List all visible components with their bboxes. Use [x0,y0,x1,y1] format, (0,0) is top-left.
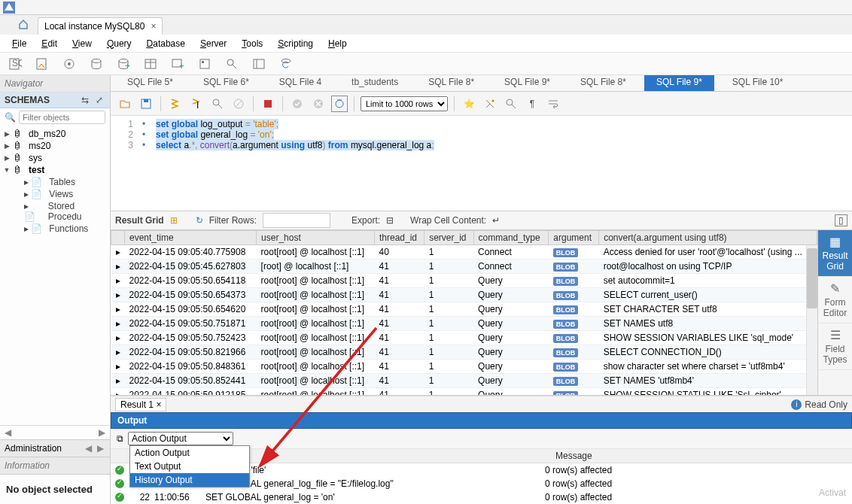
file-tab[interactable]: SQL File 9* [492,75,562,91]
menu-database[interactable]: Database [141,37,191,50]
file-tab[interactable]: SQL File 6* [191,75,261,91]
schemas-controls[interactable]: ⇆ ⤢ [81,95,105,105]
dropdown-option-selected[interactable]: History Output [130,473,249,487]
favorite-icon[interactable]: ⭐ [461,96,477,112]
export-label: Export: [351,215,380,226]
result-tab[interactable]: Result 1 × [115,398,166,411]
output-panel-icon[interactable]: ⧉ [117,433,123,444]
tree-item[interactable]: ▶🛢sys [0,152,110,164]
side-tool[interactable]: ☰Field Types [818,323,852,370]
open-file-icon[interactable] [117,96,133,112]
find-icon[interactable] [503,96,519,112]
result-grid[interactable]: event_timeuser_hostthread_idserver_idcom… [111,230,817,395]
schema-icon[interactable] [196,55,214,73]
dropdown-option[interactable]: Text Output [130,460,249,473]
panel-toggle-icon[interactable]: ▯ [835,214,847,226]
table-row[interactable]: ▸2022-04-15 09:05:45.627803[root] @ loca… [111,260,817,274]
menu-scripting[interactable]: Scripting [272,37,319,50]
table-row[interactable]: ▸2022-04-15 09:05:50.654118root[root] @ … [111,274,817,288]
execute-icon[interactable] [167,96,184,112]
table-icon[interactable] [141,55,160,73]
open-sql-icon[interactable] [33,55,51,73]
output-row[interactable]: 22 11:00:56 SET GLOBAL general_log = 'on… [111,490,852,504]
file-tab[interactable]: SQL File 10* [720,75,796,91]
sql-editor[interactable]: 1•set global log_output = 'table';2•set … [111,116,852,153]
menu-edit[interactable]: Edit [35,37,63,50]
filter-row: 🔍 [0,108,110,126]
filter-objects-input[interactable] [19,111,105,124]
file-tab[interactable]: SQL File 9* [644,75,714,91]
file-tab[interactable]: SQL File 8* [568,75,638,91]
refresh-icon[interactable]: ↻ [196,215,203,226]
table-row[interactable]: ▸2022-04-15 09:05:50.852441root[root] @ … [111,374,817,388]
execute-current-icon[interactable]: I [188,96,205,112]
db-icon[interactable] [87,55,105,73]
file-tab[interactable]: SQL File 5* [115,75,185,91]
close-icon[interactable]: × [156,399,161,410]
tree-child[interactable]: ▸ 📄Views [21,188,110,200]
menubar: FileEditViewQueryDatabaseServerToolsScri… [0,35,852,53]
menu-view[interactable]: View [66,37,98,50]
file-tab[interactable]: SQL File 8* [416,75,486,91]
menu-help[interactable]: Help [322,37,353,50]
table-row[interactable]: ▸2022-04-15 09:05:50.912185root[root] @ … [111,388,817,396]
result-side-tools: ▦Result Grid✎Form Editor☰Field Types [817,230,852,395]
search-icon[interactable] [223,55,241,73]
beautify-icon[interactable] [482,96,498,112]
tree-child[interactable]: ▸ 📄Tables [21,176,110,188]
tree-child[interactable]: ▸ 📄Stored Procedu [21,200,110,223]
menu-query[interactable]: Query [101,37,138,50]
dropdown-option[interactable]: Action Output [130,446,249,460]
table-row[interactable]: ▸2022-04-15 09:05:40.775908root[root] @ … [111,245,817,260]
filter-rows-input[interactable] [263,213,330,228]
file-tab[interactable]: tb_students [339,75,410,91]
inspector-icon[interactable] [60,55,78,73]
scroll-right-icon[interactable]: ▶ [99,427,105,438]
tree-item[interactable]: ▶🛢ms20 [0,140,110,152]
new-sql-tab-icon[interactable]: SQL [6,55,24,73]
tree-item[interactable]: ▼🛢test [0,164,110,176]
table-add-icon[interactable]: + [169,55,187,73]
explain-icon[interactable] [209,96,226,112]
home-icon[interactable] [15,16,32,35]
export-icon[interactable]: ⊟ [386,215,394,226]
wrap-cell-icon[interactable]: ↵ [492,215,500,226]
instance-tab[interactable]: Local instance MySQL80 × [38,17,163,35]
autocommit-icon[interactable] [331,96,348,112]
stop-icon[interactable] [230,96,247,112]
table-row[interactable]: ▸2022-04-15 09:05:50.752423root[root] @ … [111,331,817,345]
output-selector[interactable]: Action Output [128,432,233,445]
output-selector-dropdown[interactable]: Action Output Text Output History Output [129,445,250,487]
invisible-chars-icon[interactable]: ¶ [524,96,540,112]
tree-child[interactable]: ▸ 📄Functions [21,223,110,235]
refresh-db-icon[interactable] [277,55,295,73]
table-row[interactable]: ▸2022-04-15 09:05:50.848361root[root] @ … [111,360,817,374]
rollback-disabled-icon[interactable] [310,96,327,112]
menu-file[interactable]: File [6,37,32,50]
table-row[interactable]: ▸2022-04-15 09:05:50.751871root[root] @ … [111,317,817,331]
svg-text:I: I [196,100,199,110]
menu-server[interactable]: Server [194,37,233,50]
scrollbar-thumb[interactable] [807,248,817,308]
table-row[interactable]: ▸2022-04-15 09:05:50.654373root[root] @ … [111,288,817,302]
table-row[interactable]: ▸2022-04-15 09:05:50.654620root[root] @ … [111,302,817,317]
file-tab[interactable]: SQL File 4 [267,75,333,91]
tree-item[interactable]: ▶🛢db_ms20 [0,128,110,140]
commit-disabled-icon[interactable] [289,96,306,112]
side-tool[interactable]: ▦Result Grid [818,230,852,277]
stop-red-icon[interactable] [260,96,276,112]
scroll-left-icon[interactable]: ◀ [5,427,11,438]
readonly-indicator: i Read Only [791,399,847,410]
limit-select[interactable]: Limit to 1000 rows [361,96,448,111]
side-tool[interactable]: ✎Form Editor [818,277,852,323]
wrap-cell-label: Wrap Cell Content: [410,215,486,226]
save-icon[interactable] [138,96,154,112]
administration-tab[interactable]: Administration ◀ ▶ [0,439,110,457]
dashboard-icon[interactable] [250,55,268,73]
menu-tools[interactable]: Tools [236,37,269,50]
table-row[interactable]: ▸2022-04-15 09:05:50.821966root[root] @ … [111,345,817,360]
close-icon[interactable]: × [151,21,156,32]
ok-icon [115,479,124,488]
wrap-icon[interactable] [545,96,561,112]
db-add-icon[interactable]: + [114,55,132,73]
